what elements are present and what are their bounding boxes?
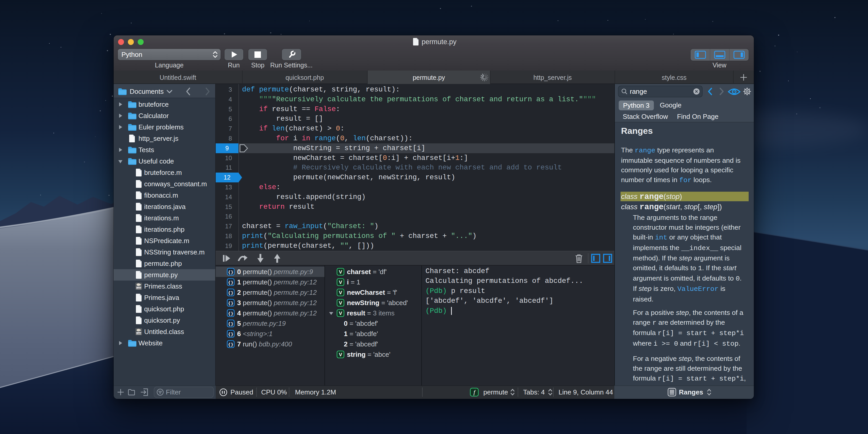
svg-text:{}: {} [228,291,233,296]
svg-text:V: V [339,269,342,275]
svg-text:V: V [339,311,342,316]
svg-text:CLASS: CLASS [135,287,142,289]
svg-text:CLASS: CLASS [135,333,142,335]
svg-text:{}: {} [228,322,233,327]
svg-text:V: V [339,280,342,285]
svg-text:{}: {} [228,270,233,275]
svg-text:{}: {} [228,342,233,347]
svg-text:{}: {} [228,332,233,337]
svg-text:{}: {} [228,311,233,316]
svg-text:{}: {} [228,301,233,306]
svg-text:V: V [339,352,342,357]
svg-text:{}: {} [228,280,233,285]
svg-text:V: V [339,300,342,306]
svg-text:V: V [339,290,342,295]
